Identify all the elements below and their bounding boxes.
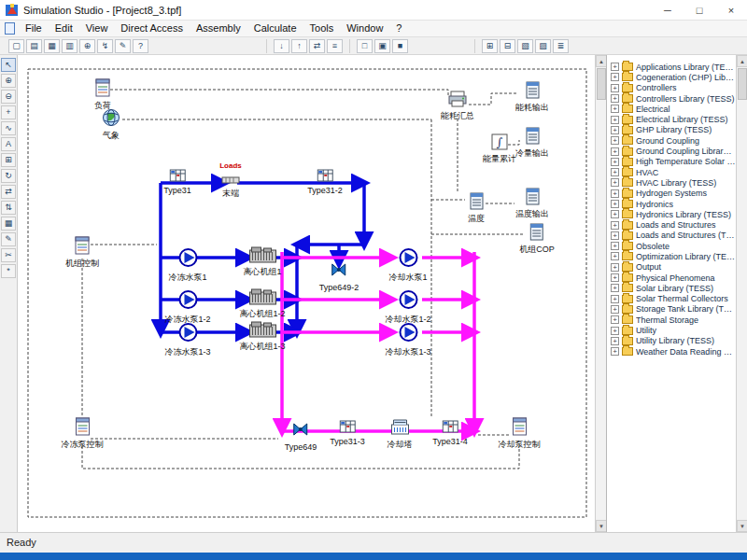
cascade-icon[interactable]: ⊟ [500,39,515,53]
save-icon[interactable]: ▦ [44,39,60,53]
component[interactable]: 冷冻泵控制 [62,417,104,449]
edit-tool-icon[interactable]: ✎ [1,232,16,246]
expand-icon[interactable] [611,295,619,303]
menu-calculate[interactable]: Calculate [247,21,303,36]
component[interactable]: Type31-4 [432,420,468,446]
tile-icon[interactable]: ⊞ [482,39,498,53]
print-icon[interactable]: ▥ [62,39,78,53]
expand-icon[interactable] [611,305,619,314]
component[interactable]: 冷量输出 [515,127,549,158]
expand-icon[interactable] [611,284,619,292]
expand-icon[interactable] [611,347,619,356]
direct-access-icon[interactable]: ↯ [97,39,113,53]
menu-help[interactable]: ? [389,21,408,36]
grid-b-icon[interactable]: ▨ [535,39,551,53]
component[interactable]: 冷冻水泵1-3 [164,321,210,357]
menu-direct-access[interactable]: Direct Access [114,21,190,36]
grid-tool-icon[interactable]: ⊞ [1,153,16,167]
rotate-tool-icon[interactable]: ↻ [1,169,16,183]
menu-assembly[interactable]: Assembly [190,21,247,36]
component[interactable]: 离心机组1-2 [239,288,285,318]
scroll-thumb[interactable] [597,68,606,100]
component[interactable]: Type31 [163,169,191,195]
zoom-in-tool-icon[interactable]: ⊕ [1,74,16,88]
expand-icon[interactable] [611,231,619,240]
menu-file[interactable]: File [19,21,49,36]
expand-icon[interactable] [611,126,619,134]
component[interactable]: 末端Loads [221,172,240,198]
zoom-icon[interactable]: ⊕ [79,39,95,53]
component[interactable]: 能耗输出 [515,81,549,112]
assembly-canvas[interactable]: 负荷气象Type31末端LoadsType31-2能耗汇总能耗输出∫能量累计冷量… [18,55,595,532]
component[interactable]: Type649-2 [319,260,359,292]
rows-icon[interactable]: ≣ [553,39,569,53]
component[interactable]: 冷冻水泵1-2 [164,288,210,324]
component[interactable]: 能耗汇总 [441,91,474,120]
component[interactable]: ∫能量累计 [483,133,516,163]
component[interactable]: 冷却水泵1-3 [385,321,430,357]
expand-icon[interactable] [611,221,619,230]
expand-icon[interactable] [611,263,619,272]
component[interactable]: 温度 [468,192,485,223]
layer-back-icon[interactable]: □ [357,39,373,53]
component[interactable]: 离心机组1 [243,246,281,276]
component[interactable]: 冷却水泵1 [388,246,427,282]
library-item[interactable]: Weather Data Reading and Processing [607,346,736,357]
expand-icon[interactable] [611,94,619,103]
settings-tool-icon[interactable]: * [1,264,16,278]
layer-mid-icon[interactable]: ▣ [374,39,390,53]
new-icon[interactable]: ▢ [8,39,24,53]
expand-icon[interactable] [611,73,619,81]
sort-down-icon[interactable]: ↓ [274,39,289,53]
expand-icon[interactable] [611,200,619,208]
expand-icon[interactable] [611,315,619,324]
zoom-out-tool-icon[interactable]: ⊖ [1,90,16,104]
expand-icon[interactable] [611,63,619,71]
expand-icon[interactable] [611,252,619,260]
scroll-up-icon[interactable]: ▲ [737,55,747,67]
open-icon[interactable]: ▤ [26,39,42,53]
text-tool-icon[interactable]: A [1,137,16,151]
sort-up-icon[interactable]: ↑ [291,39,307,53]
expand-icon[interactable] [611,84,619,92]
help-icon[interactable]: ? [133,39,148,53]
canvas-scrollbar[interactable]: ▲ ▼ [595,55,606,532]
expand-icon[interactable] [611,178,619,187]
flip-h-tool-icon[interactable]: ⇄ [1,185,16,199]
edit-icon[interactable]: ✎ [115,39,131,53]
layer-front-icon[interactable]: ■ [392,39,408,53]
scroll-down-icon[interactable]: ▼ [737,520,747,532]
flip-v-tool-icon[interactable]: ⇅ [1,201,16,215]
expand-icon[interactable] [611,168,619,176]
expand-icon[interactable] [611,189,619,198]
component[interactable]: 机组控制 [65,236,99,268]
component[interactable]: 冷却塔 [388,417,413,449]
minimize-button[interactable]: ─ [652,0,684,21]
component[interactable]: 温度输出 [515,188,549,218]
select-tool-icon[interactable]: ↖ [1,58,16,72]
expand-icon[interactable] [611,210,619,218]
close-button[interactable]: × [715,0,747,21]
expand-icon[interactable] [611,147,619,156]
expand-icon[interactable] [611,116,619,124]
component[interactable]: 机组COP [519,223,555,254]
component[interactable]: Type31-3 [330,420,365,446]
component[interactable]: Type31-2 [307,169,343,195]
maximize-button[interactable]: □ [684,0,715,21]
expand-icon[interactable] [611,273,619,282]
expand-icon[interactable] [611,136,619,145]
expand-icon[interactable] [611,158,619,166]
expand-icon[interactable] [611,337,619,345]
list-icon[interactable]: ≡ [327,39,343,53]
expand-icon[interactable] [611,105,619,113]
library-scrollbar[interactable]: ▲ ▼ [736,55,747,532]
component[interactable]: 负荷 [94,78,111,110]
menu-view[interactable]: View [79,21,115,36]
component[interactable]: 气象 [102,108,120,140]
pan-tool-icon[interactable]: + [1,105,16,119]
swap-icon[interactable]: ⇄ [309,39,325,53]
expand-icon[interactable] [611,327,619,335]
menu-tools[interactable]: Tools [303,21,341,36]
grid-a-icon[interactable]: ▧ [517,39,533,53]
component[interactable]: 冷冻水泵1 [168,246,206,282]
